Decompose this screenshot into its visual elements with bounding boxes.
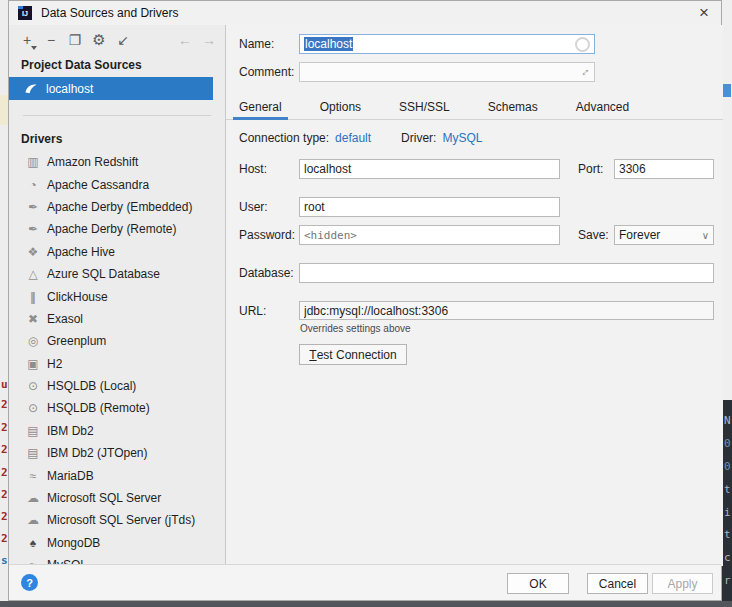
tab-general[interactable]: General [233,96,288,120]
connection-type-row: Connection type: default Driver: MySQL [239,131,482,145]
driver-item[interactable]: ✒Apache Derby (Embedded) [9,196,219,218]
driver-item[interactable]: ◔Apache Cassandra [9,173,219,195]
driver-item[interactable]: ☁Microsoft SQL Server (jTds) [9,509,219,531]
test-connection-button[interactable]: Test Connection [299,344,407,365]
driver-item-label: Microsoft SQL Server [47,491,161,505]
add-data-source-icon[interactable]: + [15,32,39,48]
driver-item[interactable]: ≈MariaDB [9,464,219,486]
driver-item[interactable]: ♠MongoDB [9,532,219,554]
background-left-char: 2 [1,443,8,456]
background-left-char: 2 [1,532,8,545]
driver-db-icon: ▣ [25,358,39,370]
data-source-properties-icon[interactable]: ⚙ [87,31,111,49]
apply-button: Apply [652,573,713,594]
user-label: User: [239,200,268,214]
url-input[interactable] [299,301,714,320]
import-icon[interactable]: ↙ [111,32,135,48]
driver-item[interactable]: ⊙HSQLDB (Local) [9,375,219,397]
password-input[interactable] [299,225,560,245]
driver-item[interactable]: ▥Amazon Redshift [9,151,219,173]
remove-icon[interactable]: − [39,32,63,48]
driver-item[interactable]: △Azure SQL Database [9,263,219,285]
save-select[interactable]: Forever ∨ [614,225,714,245]
background-left-highlight-block [0,95,8,125]
back-icon[interactable]: ← [173,32,197,48]
driver-db-icon: ◔ [25,179,39,191]
password-label: Password: [239,228,295,242]
background-bottom-strip [0,601,732,607]
driver-db-icon: ||| [25,291,39,303]
driver-db-icon: ≈ [25,470,39,482]
connection-form: Name: localhost Comment: ↔ GeneralOption… [226,25,723,566]
background-left-char: 2 [1,466,8,479]
driver-db-icon: ♠ [25,537,39,549]
driver-item[interactable]: ❖Apache Hive [9,241,219,263]
tabs-row: GeneralOptionsSSH/SSLSchemasAdvanced [226,96,723,120]
port-label: Port: [578,162,603,176]
driver-db-icon: ▤ [25,425,39,437]
drivers-list: ▥Amazon Redshift◔Apache Cassandra✒Apache… [9,151,219,566]
close-icon[interactable]: × [699,3,709,23]
tab-advanced[interactable]: Advanced [570,96,635,120]
driver-item-label: ClickHouse [47,290,108,304]
driver-item-label: MariaDB [47,469,94,483]
comment-input[interactable] [299,62,595,82]
host-label: Host: [239,162,267,176]
ok-button[interactable]: OK [507,573,569,594]
driver-item[interactable]: |||ClickHouse [9,285,219,307]
driver-item[interactable]: ☁Microsoft SQL Server [9,487,219,509]
driver-item-label: Apache Derby (Remote) [47,222,176,236]
url-label: URL: [239,304,266,318]
driver-db-icon: △ [25,268,39,280]
save-select-value: Forever [619,228,660,242]
background-left-char: s [1,554,8,567]
background-right-char: t [724,528,731,541]
driver-item[interactable]: ⊙HSQLDB (Remote) [9,397,219,419]
port-input[interactable] [614,159,714,179]
background-right-char: c [724,551,731,564]
driver-item[interactable]: ▣H2 [9,353,219,375]
user-input[interactable] [299,197,560,217]
driver-link[interactable]: MySQL [442,131,482,145]
sidebar-item-localhost-selected[interactable]: localhost [9,77,213,100]
database-input[interactable] [299,263,714,283]
driver-item-label: Greenplum [47,334,106,348]
background-left-char: 2 [1,398,8,411]
tab-schemas[interactable]: Schemas [482,96,544,120]
background-left-char: 2 [1,488,8,501]
driver-db-icon: ⊙ [25,380,39,392]
help-icon[interactable]: ? [21,574,38,591]
driver-item[interactable]: ✖Exasol [9,308,219,330]
driver-item-label: IBM Db2 (JTOpen) [47,446,147,460]
save-label: Save: [578,228,609,242]
duplicate-icon[interactable]: ❐ [63,32,87,48]
project-data-sources-header: Project Data Sources [21,58,142,72]
driver-item-label: Apache Hive [47,245,115,259]
driver-item-label: Apache Derby (Embedded) [47,200,192,214]
driver-item[interactable]: ◎Greenplum [9,330,219,352]
driver-db-icon: ▤ [25,447,39,459]
driver-item-label: IBM Db2 [47,424,94,438]
dialog-footer: ? OK Cancel Apply [9,564,721,600]
cancel-button[interactable]: Cancel [587,573,648,594]
driver-item[interactable]: ▤IBM Db2 (JTOpen) [9,442,219,464]
name-input[interactable]: localhost [299,34,595,54]
driver-item-label: Microsoft SQL Server (jTds) [47,513,195,527]
connection-type-link[interactable]: default [335,131,371,145]
tab-options[interactable]: Options [314,96,367,120]
sidebar-item-label: localhost [46,82,93,96]
sidebar: + − ❐ ⚙ ↙ ← → Project Data Sources local… [9,25,226,566]
driver-item-label: Apache Cassandra [47,178,149,192]
host-input[interactable] [299,159,560,179]
background-right-char: t [724,483,731,496]
driver-item[interactable]: ✒Apache Derby (Remote) [9,218,219,240]
driver-item[interactable]: ▤IBM Db2 [9,420,219,442]
chevron-down-icon: ∨ [702,230,709,241]
driver-db-icon: ☁ [25,492,39,504]
mnemonic-letter: T [309,348,316,362]
tab-ssh-ssl[interactable]: SSH/SSL [393,96,456,120]
sidebar-divider [23,115,211,116]
driver-item-label: HSQLDB (Local) [47,379,136,393]
driver-db-icon: ✖ [25,313,39,325]
forward-icon[interactable]: → [197,32,221,48]
